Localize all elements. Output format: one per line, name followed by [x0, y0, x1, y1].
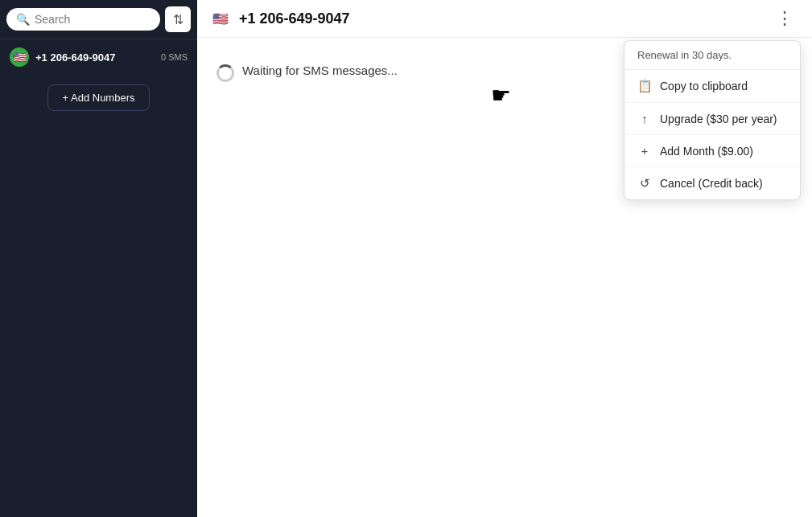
copy-to-clipboard-item[interactable]: 📋 Copy to clipboard — [624, 70, 800, 103]
number-list-item[interactable]: 🇺🇸 +1 206-649-9047 0 SMS — [0, 39, 197, 75]
add-month-label: Add Month ($9.00) — [660, 145, 753, 158]
main-header: 🇺🇸 +1 206-649-9047 ⋮ Renewal in 30 days.… — [197, 0, 812, 38]
copy-to-clipboard-label: Copy to clipboard — [660, 80, 748, 92]
search-bar: 🔍 ⇅ — [0, 0, 197, 39]
waiting-text: Waiting for SMS messages... — [242, 64, 398, 77]
sort-button[interactable]: ⇅ — [165, 6, 191, 32]
clipboard-icon: 📋 — [637, 79, 652, 93]
dropdown-renewal-text: Renewal in 30 days. — [624, 41, 800, 70]
sidebar: 🔍 ⇅ 🇺🇸 +1 206-649-9047 0 SMS + Add Numbe… — [0, 0, 197, 517]
main-content: 🇺🇸 +1 206-649-9047 ⋮ Renewal in 30 days.… — [197, 0, 812, 517]
flag-icon: 🇺🇸 — [10, 47, 29, 67]
phone-number: +1 206-649-9047 — [35, 51, 115, 64]
search-input[interactable] — [35, 13, 150, 26]
header-phone-number: +1 206-649-9047 — [239, 10, 350, 27]
cancel-item[interactable]: ↺ Cancel (Credit back) — [624, 167, 800, 199]
context-menu-dropdown: Renewal in 30 days. 📋 Copy to clipboard … — [624, 40, 801, 200]
add-month-icon: + — [637, 144, 652, 158]
cancel-icon: ↺ — [637, 176, 652, 191]
more-options-button[interactable]: ⋮ — [771, 8, 799, 29]
search-input-wrap[interactable]: 🔍 — [6, 8, 160, 31]
upgrade-icon: ↑ — [637, 112, 652, 125]
add-numbers-button[interactable]: + Add Numbers — [47, 84, 150, 111]
loading-spinner — [216, 64, 234, 82]
header-flag-icon: 🇺🇸 — [210, 8, 231, 29]
search-icon: 🔍 — [16, 13, 30, 26]
upgrade-label: Upgrade ($30 per year) — [660, 113, 777, 125]
cancel-label: Cancel (Credit back) — [660, 177, 763, 190]
sms-count-badge: 0 SMS — [161, 52, 188, 62]
upgrade-item[interactable]: ↑ Upgrade ($30 per year) — [624, 103, 800, 135]
add-month-item[interactable]: + Add Month ($9.00) — [624, 135, 800, 167]
